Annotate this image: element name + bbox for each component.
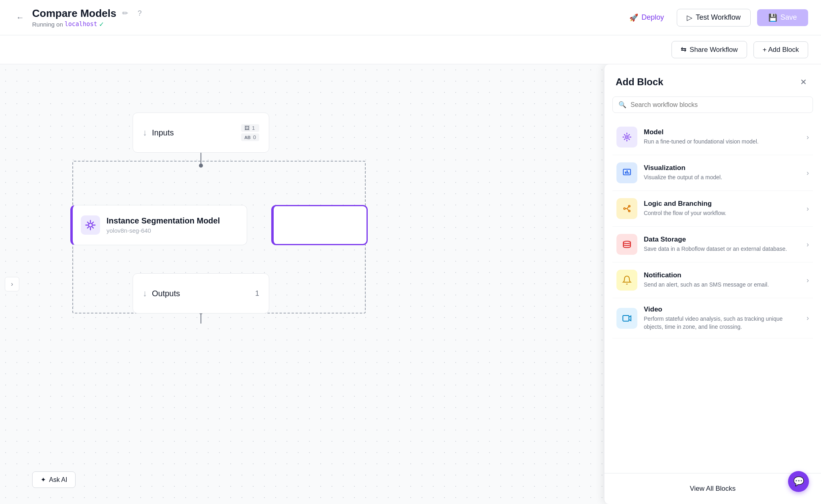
topbar-right: 🚀 Deploy ▷ Test Workflow 💾 Save [623, 9, 808, 27]
back-button[interactable]: ← [13, 10, 27, 25]
block-icon-2 [616, 198, 637, 219]
block-name-5: Video [644, 305, 800, 313]
test-workflow-button[interactable]: ▷ Test Workflow [677, 9, 751, 27]
block-item-visualization[interactable]: Visualization Visualize the output of a … [612, 155, 813, 191]
ask-ai-icon: ✦ [41, 476, 46, 484]
block-text-4: Notification Send an alert, such as an S… [644, 271, 800, 289]
block-text-0: Model Run a fine-tuned or foundational v… [644, 128, 800, 146]
edit-button[interactable]: ✏ [120, 8, 131, 19]
svg-rect-3 [625, 172, 626, 174]
topbar: ← Compare Models ✏ ? Running on localhos… [0, 0, 821, 35]
chevron-icon-2: › [807, 205, 809, 213]
ask-ai-button[interactable]: ✦ Ask AI [32, 471, 76, 488]
share-icon: ⇆ [681, 45, 686, 54]
view-all-button[interactable]: View All Blocks [616, 481, 810, 496]
sidebar-toggle[interactable]: › [5, 277, 19, 291]
connector-top [201, 153, 201, 165]
outputs-count: 1 [255, 289, 259, 298]
badge2-icon: AB [244, 135, 251, 140]
outputs-label: Outputs [152, 289, 250, 298]
model-node-2[interactable] [271, 205, 368, 245]
app-title-row: Compare Models ✏ ? [32, 7, 145, 20]
check-icon: ✓ [99, 20, 104, 28]
block-text-3: Data Storage Save data in a Roboflow dat… [644, 236, 800, 253]
share-label: Share Workflow [690, 46, 738, 54]
block-icon-5 [616, 308, 637, 329]
search-wrapper: 🔍 [612, 96, 813, 113]
block-item-data-storage[interactable]: Data Storage Save data in a Roboflow dat… [612, 227, 813, 262]
block-text-5: Video Perform stateful video analysis, s… [644, 305, 800, 331]
badge1-icon: 🖼 [244, 125, 250, 131]
inputs-badges: 🖼 1 AB 0 [241, 124, 259, 141]
chat-bubble[interactable]: 💬 [788, 471, 809, 492]
search-icon: 🔍 [618, 101, 626, 109]
running-host: localhost [65, 20, 97, 28]
block-desc-5: Perform stateful video analysis, such as… [644, 315, 800, 331]
deploy-button[interactable]: 🚀 Deploy [623, 10, 670, 25]
chevron-icon-1: › [807, 169, 809, 177]
help-button[interactable]: ? [134, 8, 145, 19]
add-block-panel: Add Block ✕ 🔍 Model Run a fine-tuned or … [604, 64, 821, 504]
share-workflow-button[interactable]: ⇆ Share Workflow [672, 41, 747, 58]
model-title: Instance Segmentation Model [106, 216, 220, 225]
block-name-0: Model [644, 128, 800, 136]
save-label: Save [780, 13, 797, 22]
view-all-label: View All Blocks [690, 485, 735, 492]
canvas: › ↓ Inputs 🖼 1 AB 0 [0, 64, 821, 504]
save-button[interactable]: 💾 Save [757, 9, 808, 26]
block-desc-0: Run a fine-tuned or foundational vision … [644, 138, 800, 146]
back-icon: ← [16, 13, 24, 22]
page-title: Compare Models [32, 7, 117, 20]
block-item-logic-and-branching[interactable]: Logic and Branching Control the flow of … [612, 191, 813, 227]
svg-point-1 [626, 136, 628, 138]
block-icon-3 [616, 234, 637, 255]
add-block-label: + Add Block [763, 46, 799, 54]
add-block-button[interactable]: + Add Block [753, 41, 808, 58]
block-name-2: Logic and Branching [644, 200, 800, 208]
block-item-model[interactable]: Model Run a fine-tuned or foundational v… [612, 119, 813, 155]
edit-icon: ✏ [122, 9, 128, 18]
block-name-1: Visualization [644, 164, 800, 172]
block-text-1: Visualization Visualize the output of a … [644, 164, 800, 182]
block-icon-0 [616, 127, 637, 148]
svg-rect-5 [628, 172, 629, 174]
block-item-video[interactable]: Video Perform stateful video analysis, s… [612, 298, 813, 338]
block-desc-1: Visualize the output of a model. [644, 174, 800, 182]
play-icon: ▷ [687, 13, 692, 22]
block-text-2: Logic and Branching Control the flow of … [644, 200, 800, 217]
panel-close-button[interactable]: ✕ [797, 76, 810, 88]
outputs-node[interactable]: ↓ Outputs 1 [133, 273, 269, 313]
model-node[interactable]: Instance Segmentation Model yolov8n-seg-… [70, 205, 247, 245]
deploy-label: Deploy [641, 13, 664, 22]
model-icon-wrap [81, 215, 100, 235]
block-desc-3: Save data in a Roboflow dataset or an ex… [644, 245, 800, 253]
connector-dot-top [199, 164, 203, 168]
inputs-icon: ↓ [143, 127, 147, 138]
close-icon: ✕ [800, 77, 807, 87]
panel-search: 🔍 [604, 96, 821, 119]
search-input[interactable] [631, 101, 807, 109]
block-item-notification[interactable]: Notification Send an alert, such as an S… [612, 262, 813, 298]
chevron-icon-4: › [807, 276, 809, 285]
inputs-badge-1: 🖼 1 [241, 124, 259, 132]
block-icon-1 [616, 162, 637, 183]
inputs-node[interactable]: ↓ Inputs 🖼 1 AB 0 [133, 113, 269, 153]
block-name-3: Data Storage [644, 236, 800, 244]
chevron-icon-0: › [807, 133, 809, 141]
badge1-val: 1 [252, 125, 255, 131]
running-label: Running on [32, 21, 63, 28]
running-status: Running on localhost ✓ [32, 20, 145, 28]
svg-point-0 [88, 223, 92, 227]
secondbar: ⇆ Share Workflow + Add Block [0, 35, 821, 64]
save-icon: 💾 [768, 13, 777, 22]
svg-rect-10 [623, 316, 629, 321]
ask-ai-label: Ask AI [49, 476, 67, 484]
badge2-val: 0 [253, 134, 256, 140]
test-label: Test Workflow [696, 13, 741, 22]
sidebar-icon: › [11, 281, 13, 288]
inputs-badge-2: AB 0 [241, 133, 259, 141]
chevron-icon-5: › [807, 314, 809, 322]
block-icon-4 [616, 270, 637, 291]
deploy-icon: 🚀 [629, 13, 638, 22]
inputs-label: Inputs [152, 128, 236, 137]
